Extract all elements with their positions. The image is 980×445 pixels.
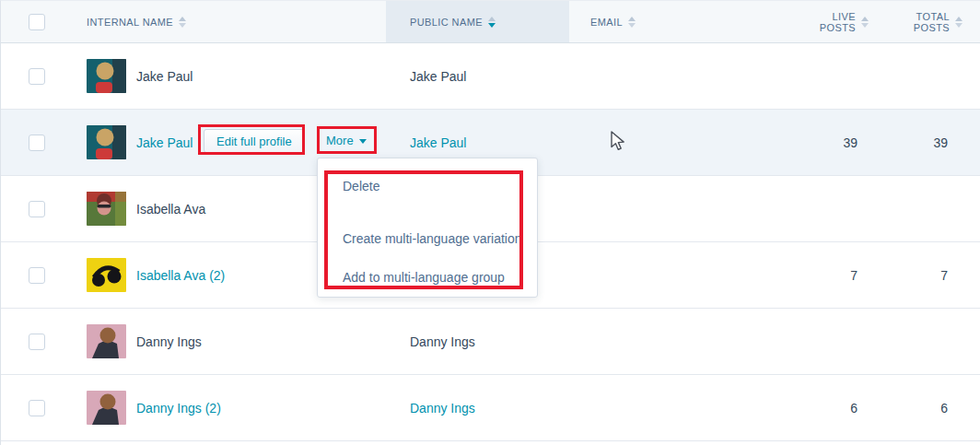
table-header: INTERNAL NAME PUBLIC NAME EMAIL LIVEPOST… xyxy=(1,1,980,43)
row-checkbox[interactable] xyxy=(29,400,45,416)
column-label: PUBLIC NAME xyxy=(410,17,483,28)
live-posts-value: 6 xyxy=(850,401,858,416)
internal-name-link[interactable]: Jake Paul xyxy=(136,135,192,150)
row-checkbox[interactable] xyxy=(29,267,45,284)
sort-icon xyxy=(955,17,962,28)
more-dropdown-button[interactable]: More xyxy=(326,134,367,147)
menu-item-create-multi-language-variation[interactable]: Create multi-language variation xyxy=(318,229,537,248)
menu-item-add-to-multi-language-group[interactable]: Add to multi-language group xyxy=(318,268,537,287)
total-posts-value: 6 xyxy=(940,401,948,416)
column-label: EMAIL xyxy=(590,17,623,28)
live-posts-value: 7 xyxy=(850,268,858,283)
row-checkbox[interactable] xyxy=(29,68,45,85)
row-checkbox[interactable] xyxy=(29,334,45,350)
column-header-internal-name[interactable]: INTERNAL NAME xyxy=(56,1,386,42)
row-checkbox[interactable] xyxy=(29,201,45,217)
author-avatar xyxy=(87,192,126,226)
column-label: TOTALPOSTS xyxy=(914,11,950,33)
internal-name-text: Danny Ings xyxy=(136,334,202,349)
public-name-link[interactable]: Jake Paul xyxy=(410,135,466,150)
table-row: Danny Ings (2) Danny Ings 6 6 xyxy=(1,375,980,441)
author-avatar xyxy=(87,59,126,93)
internal-name-link[interactable]: Danny Ings (2) xyxy=(136,401,221,416)
author-avatar xyxy=(87,324,126,358)
edit-full-profile-button[interactable]: Edit full profile xyxy=(204,129,305,153)
table-row: Danny Ings Danny Ings xyxy=(1,309,980,375)
menu-item-delete[interactable]: Delete xyxy=(318,177,537,195)
column-header-public-name[interactable]: PUBLIC NAME xyxy=(386,1,569,42)
sort-icon xyxy=(628,17,636,28)
column-header-total-posts[interactable]: TOTALPOSTS xyxy=(876,1,980,42)
column-header-live-posts[interactable]: LIVEPOSTS xyxy=(765,1,876,42)
author-avatar xyxy=(87,391,126,425)
total-posts-value: 39 xyxy=(933,135,948,150)
author-avatar xyxy=(87,258,126,292)
sort-icon xyxy=(179,17,186,28)
sort-desc-icon xyxy=(488,17,496,28)
author-avatar xyxy=(87,125,126,159)
public-name-text: Jake Paul xyxy=(410,69,466,84)
live-posts-value: 39 xyxy=(843,135,858,150)
column-label: LIVEPOSTS xyxy=(820,11,856,33)
total-posts-value: 7 xyxy=(940,268,948,283)
column-label: INTERNAL NAME xyxy=(87,17,173,28)
select-all-checkbox[interactable] xyxy=(29,14,45,30)
internal-name-text: Jake Paul xyxy=(136,69,192,84)
table-row: Jake Paul Jake Paul xyxy=(1,43,980,110)
header-checkbox-cell xyxy=(1,1,56,42)
authors-table-page: INTERNAL NAME PUBLIC NAME EMAIL LIVEPOST… xyxy=(0,0,980,445)
public-name-text: Danny Ings xyxy=(410,334,475,349)
chevron-down-icon xyxy=(359,139,367,144)
internal-name-link[interactable]: Isabella Ava (2) xyxy=(136,268,225,283)
sort-icon xyxy=(861,17,869,28)
more-dropdown-menu: Delete Create multi-language variation A… xyxy=(317,158,538,298)
row-checkbox[interactable] xyxy=(29,135,45,151)
more-label: More xyxy=(326,134,354,147)
public-name-link[interactable]: Danny Ings xyxy=(410,401,475,416)
internal-name-text: Isabella Ava xyxy=(136,202,205,217)
column-header-email[interactable]: EMAIL xyxy=(569,1,765,42)
